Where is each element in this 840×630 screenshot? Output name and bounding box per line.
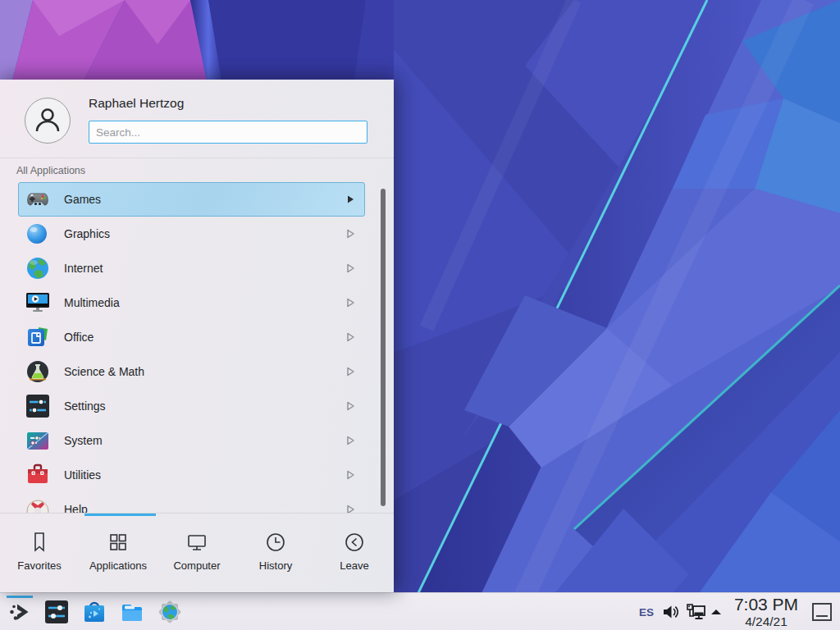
category-row-games[interactable]: Games: [0, 182, 394, 217]
network-icon[interactable]: [686, 593, 706, 630]
system-settings-icon[interactable]: [43, 599, 70, 625]
category-row-settings[interactable]: Settings: [0, 389, 394, 423]
submenu-arrow-icon: [346, 492, 354, 513]
category-row-utilities[interactable]: Utilities: [0, 458, 394, 492]
clock-icon: [264, 528, 287, 556]
section-label: All Applications: [16, 165, 85, 176]
active-task-indicator: [7, 596, 33, 598]
grid-icon: [107, 528, 130, 556]
category-label: Graphics: [64, 217, 110, 251]
category-label: Help: [64, 492, 88, 513]
submenu-arrow-icon: [346, 354, 354, 389]
category-label: Office: [64, 320, 94, 354]
category-label: Games: [64, 182, 101, 217]
digital-clock[interactable]: 7:03 PM 4/24/21: [728, 595, 804, 630]
submenu-arrow-icon: [346, 182, 354, 217]
tab-applications[interactable]: Applications: [79, 516, 158, 592]
tabbar-separator: [0, 513, 394, 514]
expand-tray-caret-icon[interactable]: [710, 593, 723, 630]
tab-history[interactable]: History: [236, 516, 315, 592]
tab-label: Leave: [340, 559, 368, 572]
submenu-arrow-icon: [346, 285, 354, 320]
tab-label: History: [259, 559, 292, 572]
tab-leave[interactable]: Leave: [315, 516, 394, 592]
category-row-internet[interactable]: Internet: [0, 251, 394, 285]
graphics-icon: [25, 221, 51, 247]
application-launcher-menu: Raphael Hertzog All Applications Games G…: [0, 80, 394, 592]
globe-gear-icon[interactable]: [157, 599, 183, 625]
desktop: Raphael Hertzog All Applications Games G…: [0, 0, 840, 630]
tab-computer[interactable]: Computer: [158, 516, 236, 592]
submenu-arrow-icon: [346, 251, 354, 285]
clock-time: 7:03 PM: [728, 595, 804, 614]
monitor-icon: [185, 528, 208, 556]
category-row-multimedia[interactable]: Multimedia: [0, 285, 394, 320]
volume-icon[interactable]: [662, 593, 679, 630]
submenu-arrow-icon: [346, 217, 354, 251]
category-row-science-math[interactable]: Science & Math: [0, 354, 394, 389]
office-icon: [25, 324, 51, 350]
category-row-system[interactable]: System: [0, 423, 394, 458]
discover-icon[interactable]: [81, 599, 107, 625]
category-row-office[interactable]: Office: [0, 320, 394, 354]
header-separator: [0, 158, 394, 158]
user-icon: [31, 104, 64, 137]
category-row-graphics[interactable]: Graphics: [0, 217, 394, 251]
folder-icon[interactable]: [119, 599, 145, 625]
tab-label: Applications: [89, 559, 147, 572]
category-label: System: [64, 423, 103, 458]
help-icon: [25, 496, 51, 513]
category-list: Games Graphics Internet Multimedia Offic…: [0, 182, 394, 513]
category-row-help[interactable]: Help: [0, 492, 394, 513]
taskbar: ES 7:03 PM 4/24/2: [0, 592, 840, 630]
utilities-icon: [25, 462, 51, 488]
science-icon: [25, 358, 51, 385]
submenu-arrow-icon: [346, 320, 354, 354]
leave-icon: [343, 528, 366, 556]
category-label: Science & Math: [64, 354, 144, 389]
kickoff-icon[interactable]: [7, 599, 33, 625]
list-scrollbar[interactable]: [381, 189, 386, 506]
bookmark-icon: [28, 528, 51, 556]
tab-label: Favorites: [17, 559, 61, 572]
tab-favorites[interactable]: Favorites: [0, 516, 79, 592]
settings-icon: [25, 393, 51, 419]
multimedia-icon: [25, 290, 51, 316]
category-label: Internet: [64, 251, 103, 285]
system-icon: [25, 427, 51, 454]
tab-bar: Favorites Applications Computer History …: [0, 516, 394, 592]
category-label: Settings: [64, 389, 106, 423]
show-desktop-button[interactable]: [811, 593, 833, 630]
search-input[interactable]: [89, 121, 368, 144]
submenu-arrow-icon: [346, 458, 354, 492]
internet-icon: [25, 255, 51, 281]
user-name: Raphael Hertzog: [89, 96, 184, 111]
tab-label: Computer: [173, 559, 220, 572]
clock-date: 4/24/21: [728, 614, 804, 628]
submenu-arrow-icon: [346, 389, 354, 423]
user-avatar[interactable]: [25, 98, 71, 144]
category-label: Multimedia: [64, 285, 120, 320]
keyboard-layout-indicator[interactable]: ES: [639, 593, 654, 630]
games-icon: [25, 186, 51, 212]
submenu-arrow-icon: [346, 423, 354, 458]
category-label: Utilities: [64, 458, 101, 492]
